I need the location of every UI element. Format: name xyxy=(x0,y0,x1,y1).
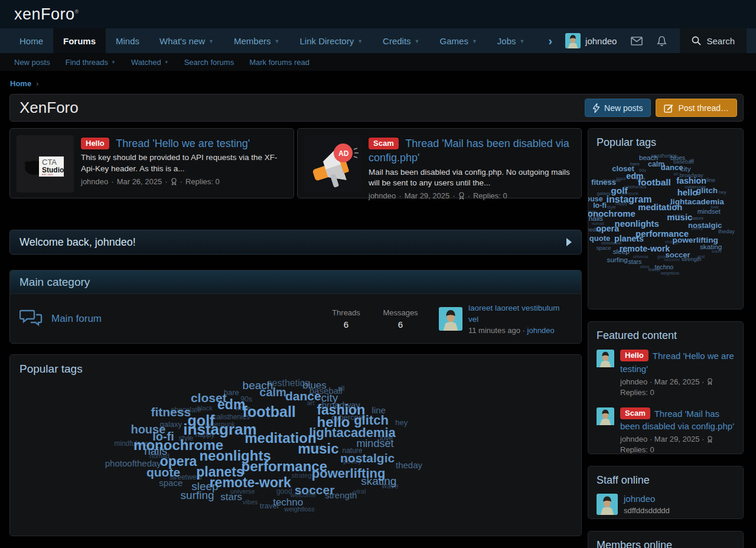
tag-vibes[interactable]: vibes xyxy=(640,265,649,269)
nav-overflow-chevron[interactable]: › xyxy=(542,28,558,53)
tag-city[interactable]: city xyxy=(680,166,691,173)
last-post: laoreet laoreet vestibulum vel 11 minute… xyxy=(439,302,572,335)
welcome-banner[interactable]: Welcome back, johndeo! xyxy=(9,230,582,255)
tag-theday[interactable]: theday xyxy=(396,461,422,469)
nav-item-games[interactable]: Games▼ xyxy=(430,28,487,53)
featured-avatar[interactable] xyxy=(597,407,614,455)
search-button[interactable]: Search xyxy=(680,28,747,53)
new-posts-button[interactable]: New posts xyxy=(585,99,651,117)
nav-item-minds[interactable]: Minds xyxy=(106,28,149,53)
tag-fitness[interactable]: fitness xyxy=(151,406,191,418)
tag-space[interactable]: space xyxy=(597,246,611,251)
subnav-find-threads[interactable]: Find threads▼ xyxy=(66,58,116,67)
tag-strategy[interactable]: strategy xyxy=(292,472,315,479)
subnav-mark-forums-read[interactable]: Mark forums read xyxy=(249,58,309,67)
tag-music[interactable]: music xyxy=(298,442,338,456)
staff-custom-title: sdffddsddddd xyxy=(624,506,670,515)
subnav-search-forums[interactable]: Search forums xyxy=(184,58,234,67)
tag-travel[interactable]: travel xyxy=(649,268,660,272)
last-post-title-link[interactable]: laoreet laoreet vestibulum vel xyxy=(468,304,560,324)
expand-arrow-icon[interactable] xyxy=(566,238,572,246)
tag-wave[interactable]: wave xyxy=(712,250,722,254)
nav-item-home[interactable]: Home xyxy=(9,28,53,53)
nav-item-what-s-new[interactable]: What's new▼ xyxy=(149,28,224,53)
nav-item-forums[interactable]: Forums xyxy=(53,28,106,53)
tag-theday[interactable]: theday xyxy=(718,229,735,234)
tag-line[interactable]: line xyxy=(706,178,715,183)
tag-nature[interactable]: nature xyxy=(691,217,703,221)
tag-photooftheday[interactable]: photooftheday xyxy=(588,227,602,233)
chevron-down-icon: ▼ xyxy=(520,38,525,44)
last-post-author-link[interactable]: johndeo xyxy=(527,326,555,335)
messages-icon[interactable] xyxy=(624,28,650,53)
tag-neonlights[interactable]: neonlights xyxy=(615,219,659,228)
tag-hey[interactable]: hey xyxy=(719,190,726,195)
tag-weightloss[interactable]: weightloss xyxy=(660,271,679,275)
tag-surfing[interactable]: surfing xyxy=(181,490,214,501)
thread-title-link[interactable]: Thread 'Hello we are testing' xyxy=(116,138,250,149)
subnav-new-posts[interactable]: New posts xyxy=(14,58,50,67)
thread-card-scam[interactable]: AD Scam Thread 'Mail has been disabled v… xyxy=(297,128,582,198)
chevron-down-icon: ▼ xyxy=(164,60,169,65)
tag-music[interactable]: music xyxy=(667,213,692,221)
tag-poetry[interactable]: poetry xyxy=(692,227,703,231)
chevron-down-icon: ▼ xyxy=(208,38,214,44)
nav-item-members[interactable]: Members▼ xyxy=(224,28,289,53)
featured-avatar[interactable] xyxy=(597,350,614,397)
tag-viral[interactable]: viral xyxy=(354,488,366,495)
thread-badge: Hello xyxy=(81,138,109,149)
tag-dance[interactable]: dance xyxy=(661,164,683,171)
welcome-text: Welcome back, johndeo! xyxy=(19,236,566,249)
tag-meditation[interactable]: meditation xyxy=(638,203,682,211)
forum-bubbles-icon xyxy=(19,309,43,329)
tag-fashion[interactable]: fashion xyxy=(676,177,706,185)
tag-mindset[interactable]: mindset xyxy=(698,209,721,216)
thread-card-hello[interactable]: CTA Studio EST. 2023 Hello Thread 'Hello… xyxy=(9,128,294,198)
tag-glitch[interactable]: glitch xyxy=(696,187,718,195)
tag-wave[interactable]: wave xyxy=(382,482,398,490)
tag-hey[interactable]: hey xyxy=(395,419,408,426)
featured-item[interactable]: HelloThread 'Hello we are testing'johnde… xyxy=(588,344,743,402)
tag-art[interactable]: art xyxy=(307,400,315,406)
tag-weightloss[interactable]: weightloss xyxy=(284,506,314,513)
breadcrumb-separator-icon: › xyxy=(36,80,38,88)
forum-row[interactable]: Main forum Threads 6 Messages 6 laoreet … xyxy=(10,294,581,343)
tag-space[interactable]: space xyxy=(159,478,183,487)
thread-title-link[interactable]: Thread 'Mail has been disabled via confi… xyxy=(369,138,569,164)
category-header[interactable]: Main category xyxy=(10,270,581,294)
tag-dance[interactable]: dance xyxy=(285,390,321,402)
nav-item-credits[interactable]: Credits▼ xyxy=(373,28,429,53)
featured-meta: johndeo · Mar 29, 2025 · xyxy=(620,435,735,443)
thread-meta: johndeo·Mar 26, 2025· ·Replies: 0 xyxy=(81,177,287,186)
post-thread-button[interactable]: Post thread… xyxy=(656,99,737,117)
nav-item-link-directory[interactable]: Link Directory▼ xyxy=(289,28,373,53)
tag-vibes[interactable]: vibes xyxy=(243,499,258,505)
tag-hello[interactable]: hello xyxy=(677,188,698,197)
alerts-bell-icon[interactable] xyxy=(650,28,674,53)
tag-poetry[interactable]: poetry xyxy=(343,458,361,465)
tag-stars[interactable]: stars xyxy=(220,492,242,502)
tag-travel[interactable]: travel xyxy=(260,502,279,510)
subnav-watched[interactable]: Watched▼ xyxy=(131,58,169,67)
tag-lo-fi[interactable]: lo-fi xyxy=(593,202,607,209)
tag-welcome[interactable]: welcome xyxy=(664,258,680,262)
tag-surfing[interactable]: surfing xyxy=(607,257,628,264)
tag-sleep[interactable]: sleep xyxy=(613,249,630,256)
last-post-avatar[interactable] xyxy=(439,307,462,331)
nav-item-jobs[interactable]: Jobs▼ xyxy=(487,28,535,53)
forum-name-link[interactable]: Main forum xyxy=(51,313,315,325)
tag-calm[interactable]: calm xyxy=(259,386,286,398)
featured-item[interactable]: ScamThread 'Mail has been disabled via c… xyxy=(588,402,743,455)
tag-strength[interactable]: strength xyxy=(325,491,357,500)
staff-avatar[interactable] xyxy=(597,494,618,515)
tag-cloud: beachaestheticsbluesallbaseballcalmdance… xyxy=(107,379,485,534)
site-logo[interactable]: xenForo® xyxy=(14,5,79,24)
tag-viral[interactable]: viral xyxy=(698,255,705,259)
breadcrumb-home-link[interactable]: Home xyxy=(10,79,31,88)
staff-name-link[interactable]: johndeo xyxy=(624,494,655,504)
user-menu[interactable]: johndeo xyxy=(558,28,624,53)
tag-calisthenics[interactable]: calisthenics xyxy=(213,413,250,420)
user-avatar[interactable] xyxy=(565,33,581,48)
tag-football[interactable]: football xyxy=(243,405,296,419)
tag-happy[interactable]: happy xyxy=(615,201,627,206)
